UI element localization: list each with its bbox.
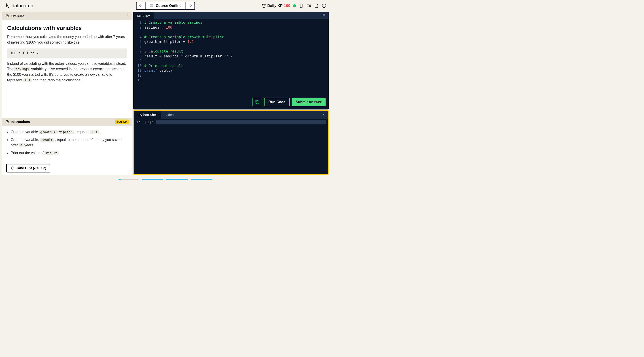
undo-icon bbox=[255, 100, 260, 104]
nav-back-button[interactable] bbox=[136, 2, 145, 10]
svg-point-5 bbox=[6, 120, 8, 123]
alert-icon[interactable] bbox=[322, 3, 326, 8]
svg-rect-2 bbox=[307, 5, 310, 7]
arrow-right-icon bbox=[188, 3, 192, 8]
exercise-paragraph-1: Remember how you calculated the money yo… bbox=[7, 34, 127, 45]
collapse-panel-button[interactable] bbox=[126, 14, 129, 18]
line-gutter: 1 2 3 4 5 6 7 8 9 10 11 12 13 bbox=[133, 20, 144, 109]
shell-expand-button[interactable] bbox=[322, 113, 325, 117]
connection-status-dot bbox=[293, 4, 296, 7]
instructions-header: Instructions 100 XP bbox=[2, 118, 132, 126]
svg-point-6 bbox=[323, 14, 325, 16]
progress-segment[interactable] bbox=[118, 179, 139, 180]
document-icon[interactable] bbox=[314, 3, 319, 8]
chevron-left-icon bbox=[126, 14, 129, 17]
datacamp-logo-icon bbox=[4, 3, 10, 9]
submit-answer-label: Submit Answer bbox=[296, 100, 322, 104]
brand-logo[interactable]: datacamp bbox=[4, 3, 33, 9]
code-editor[interactable]: 1 2 3 4 5 6 7 8 9 10 11 12 13 # Create a… bbox=[133, 19, 329, 109]
exercise-title: Calculations with variables bbox=[7, 24, 127, 31]
editor-tab-script[interactable]: script.py bbox=[133, 12, 154, 19]
xp-badge: 100 XP bbox=[115, 119, 129, 124]
mobile-icon[interactable] bbox=[299, 3, 304, 8]
menu-icon bbox=[150, 4, 154, 8]
exercise-panel: Exercise Calculations with variables Rem… bbox=[2, 12, 132, 175]
video-icon[interactable] bbox=[306, 3, 311, 8]
instruction-item: Print out the value of result . bbox=[11, 150, 127, 156]
theme-toggle-button[interactable] bbox=[322, 13, 326, 18]
svg-point-1 bbox=[301, 7, 302, 7]
exercise-header: Exercise bbox=[2, 12, 132, 20]
daily-xp: Daily XP 100 bbox=[262, 3, 290, 8]
hint-label: Take Hint (-30 XP) bbox=[16, 166, 46, 170]
reset-code-button[interactable] bbox=[252, 98, 262, 106]
daily-xp-label: Daily XP bbox=[268, 3, 283, 8]
trophy-icon bbox=[262, 3, 266, 8]
arrow-left-icon bbox=[139, 3, 143, 8]
take-hint-button[interactable]: Take Hint (-30 XP) bbox=[6, 164, 50, 172]
shell-pane: IPython Shell Slides In [1]: bbox=[133, 110, 329, 175]
nav-forward-button[interactable] bbox=[186, 2, 195, 10]
brand-name: datacamp bbox=[12, 3, 33, 9]
instruction-item: Create a variable growth_multiplier , eq… bbox=[11, 129, 127, 135]
progress-segment[interactable] bbox=[142, 179, 163, 180]
progress-segment[interactable] bbox=[191, 179, 212, 180]
submit-answer-button[interactable]: Submit Answer bbox=[292, 98, 326, 106]
daily-xp-value: 100 bbox=[284, 3, 290, 8]
exercise-paragraph-2: Instead of calculating with the actual v… bbox=[7, 61, 127, 83]
instructions-label: Instructions bbox=[11, 120, 30, 124]
progress-segment[interactable] bbox=[166, 179, 188, 180]
tab-slides[interactable]: Slides bbox=[161, 111, 177, 119]
lightbulb-icon bbox=[10, 166, 14, 170]
run-code-label: Run Code bbox=[268, 100, 286, 104]
chevron-down-icon bbox=[322, 113, 325, 116]
shell-prompt: In [1]: bbox=[136, 120, 154, 124]
course-progress bbox=[118, 179, 212, 180]
tab-ipython-shell[interactable]: IPython Shell bbox=[134, 111, 161, 119]
code-sample: 100 * 1.1 ** 7 bbox=[7, 48, 127, 58]
code-editor-pane: script.py 1 2 3 4 5 6 7 8 9 10 11 bbox=[133, 12, 329, 109]
exercise-icon bbox=[5, 14, 9, 18]
shell-input[interactable] bbox=[156, 120, 326, 124]
run-code-button[interactable]: Run Code bbox=[264, 98, 290, 106]
course-outline-label: Course Outline bbox=[156, 4, 182, 8]
check-circle-icon bbox=[5, 120, 9, 124]
code-content: # Create a variable savings savings = 10… bbox=[144, 20, 232, 109]
sun-icon bbox=[322, 13, 326, 17]
course-outline-button[interactable]: Course Outline bbox=[145, 2, 186, 10]
instruction-item: Create a variable, result , equal to the… bbox=[11, 137, 127, 148]
exercise-label: Exercise bbox=[11, 14, 24, 18]
